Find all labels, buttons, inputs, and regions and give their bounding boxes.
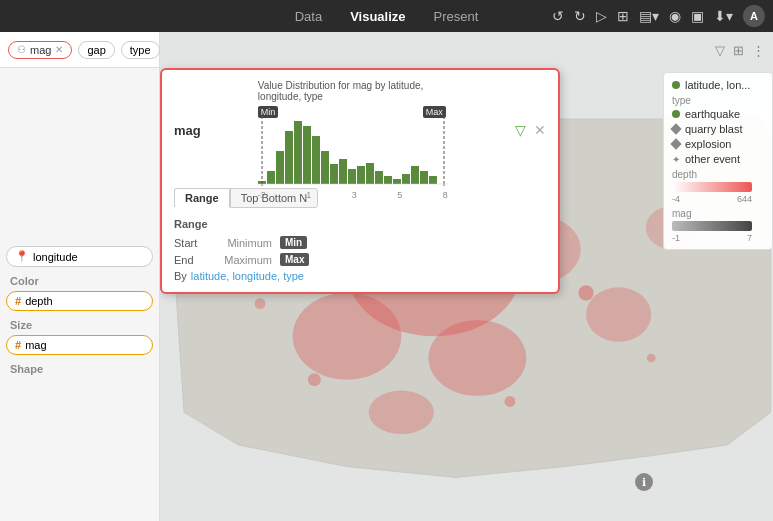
svg-point-28 xyxy=(293,293,402,380)
monitor-icon[interactable]: ▤▾ xyxy=(639,8,659,24)
svg-rect-5 xyxy=(303,126,311,184)
database-icon[interactable]: ⊞ xyxy=(617,8,629,24)
legend-panel: latitude, lon... type earthquake quarry … xyxy=(663,72,773,250)
range-end-value: Maximum xyxy=(212,254,272,266)
sidebar-size-pill[interactable]: # mag xyxy=(6,335,153,355)
chip-type[interactable]: type xyxy=(121,41,160,59)
play-icon[interactable]: ▷ xyxy=(596,8,607,24)
range-end-row: End Maximum Max xyxy=(174,253,546,266)
legend-depth-range: -4 644 xyxy=(672,194,752,204)
legend-quarryblast-label: quarry blast xyxy=(685,123,742,135)
toolbar-nav: Data Visualize Present xyxy=(283,3,491,30)
svg-point-38 xyxy=(505,396,516,407)
legend-earthquake-item: earthquake xyxy=(672,108,764,120)
range-start-row: Start Minimum Min xyxy=(174,236,546,249)
legend-otherevent-item: ✦ other event xyxy=(672,153,764,165)
legend-main-dot xyxy=(672,81,680,89)
legend-earthquake-label: earthquake xyxy=(685,108,740,120)
map-info-button[interactable]: ℹ xyxy=(635,473,653,491)
popup-tab-range[interactable]: Range xyxy=(174,188,230,208)
svg-rect-1 xyxy=(267,171,275,184)
legend-depth-min: -4 xyxy=(672,194,680,204)
sidebar-longitude-pill[interactable]: 📍 longitude xyxy=(6,246,153,267)
x-label-4: 8 xyxy=(443,190,448,200)
svg-point-31 xyxy=(586,287,651,341)
svg-rect-10 xyxy=(348,169,356,184)
svg-point-41 xyxy=(255,298,266,309)
chip-mag-close[interactable]: ✕ xyxy=(55,44,63,55)
tab-visualize[interactable]: Visualize xyxy=(338,3,417,30)
histogram-chart: Min Max xyxy=(258,106,448,186)
svg-rect-9 xyxy=(339,159,347,184)
shape-section-label: Shape xyxy=(10,363,153,375)
bulb-icon[interactable]: ◉ xyxy=(669,8,681,24)
svg-rect-18 xyxy=(420,171,428,184)
content-grid-icon[interactable]: ⊞ xyxy=(733,43,744,58)
popup-close-icon[interactable]: ✕ xyxy=(534,122,546,138)
chip-mag[interactable]: ⚇ mag ✕ xyxy=(8,41,72,59)
svg-rect-13 xyxy=(375,171,383,184)
histogram-svg xyxy=(258,116,448,186)
legend-depth-bar xyxy=(672,182,752,192)
color-section-label: Color xyxy=(10,275,153,287)
pin-icon: 📍 xyxy=(15,250,29,263)
popup-by-row: By latitude, longitude, type xyxy=(174,270,546,282)
svg-point-40 xyxy=(647,354,656,363)
filter-popup: mag Value Distribution for mag by latitu… xyxy=(160,68,560,294)
chip-gap-label: gap xyxy=(87,44,105,56)
save-icon[interactable]: ⬇▾ xyxy=(714,8,733,24)
svg-rect-16 xyxy=(402,174,410,184)
svg-marker-22 xyxy=(258,184,266,186)
legend-depth-title: depth xyxy=(672,169,764,180)
x-label-3: 5 xyxy=(397,190,402,200)
tab-present[interactable]: Present xyxy=(422,3,491,30)
range-max-badge: Max xyxy=(280,253,309,266)
user-avatar[interactable]: A xyxy=(743,5,765,27)
legend-type-title: type xyxy=(672,95,764,106)
popup-filter-icon[interactable]: ▽ xyxy=(515,122,526,138)
svg-point-37 xyxy=(578,285,593,300)
svg-point-34 xyxy=(369,391,434,434)
sidebar-color-pill[interactable]: # depth xyxy=(6,291,153,311)
svg-rect-11 xyxy=(357,166,365,184)
legend-explosion-label: explosion xyxy=(685,138,731,150)
legend-mag-title: mag xyxy=(672,208,764,219)
svg-rect-4 xyxy=(294,121,302,184)
x-label-0: -2 xyxy=(258,190,266,200)
sidebar-content: 📍 longitude Color # depth Size # mag Sha… xyxy=(0,68,159,521)
tab-data[interactable]: Data xyxy=(283,3,334,30)
hash-icon-color: # xyxy=(15,295,21,307)
redo-icon[interactable]: ↻ xyxy=(574,8,586,24)
content-topbar: ▽ ⊞ ⋮ xyxy=(715,32,773,68)
svg-rect-3 xyxy=(285,131,293,184)
by-value-link[interactable]: latitude, longitude, type xyxy=(191,270,304,282)
x-label-1: 1 xyxy=(306,190,311,200)
chip-gap[interactable]: gap xyxy=(78,41,114,59)
legend-quarryblast-item: quarry blast xyxy=(672,123,764,135)
range-start-value: Minimum xyxy=(212,237,272,249)
toolbar: Data Visualize Present ↺ ↻ ▷ ⊞ ▤▾ ◉ ▣ ⬇▾… xyxy=(0,0,773,32)
svg-rect-19 xyxy=(429,176,437,184)
popup-header-icons: ▽ ✕ xyxy=(515,122,546,138)
range-min-badge: Min xyxy=(280,236,307,249)
svg-point-39 xyxy=(308,373,321,386)
legend-main-item: latitude, lon... xyxy=(672,79,764,91)
sidebar: ⚇ mag ✕ gap type ▽ ⊞ ⋮ 📍 longitude xyxy=(0,32,160,521)
legend-earthquake-dot xyxy=(672,110,680,118)
toolbar-icons: ↺ ↻ ▷ ⊞ ▤▾ ◉ ▣ ⬇▾ A xyxy=(552,5,765,27)
content-filter-icon[interactable]: ▽ xyxy=(715,43,725,58)
legend-otherevent-star: ✦ xyxy=(672,154,680,165)
legend-mag-bar xyxy=(672,221,752,231)
popup-header: mag Value Distribution for mag by latitu… xyxy=(174,80,546,180)
svg-marker-23 xyxy=(440,184,448,186)
content-more-icon[interactable]: ⋮ xyxy=(752,43,765,58)
frame-icon[interactable]: ▣ xyxy=(691,8,704,24)
popup-title: mag xyxy=(174,123,201,138)
filter-chips-bar: ⚇ mag ✕ gap type ▽ ⊞ ⋮ xyxy=(0,32,159,68)
hash-icon-size: # xyxy=(15,339,21,351)
legend-mag-max: 7 xyxy=(747,233,752,243)
svg-rect-8 xyxy=(330,164,338,184)
undo-icon[interactable]: ↺ xyxy=(552,8,564,24)
content-area: ▽ ⊞ ⋮ mag Value Distribution for mag by … xyxy=(160,32,773,521)
legend-quarryblast-diamond xyxy=(670,123,681,134)
